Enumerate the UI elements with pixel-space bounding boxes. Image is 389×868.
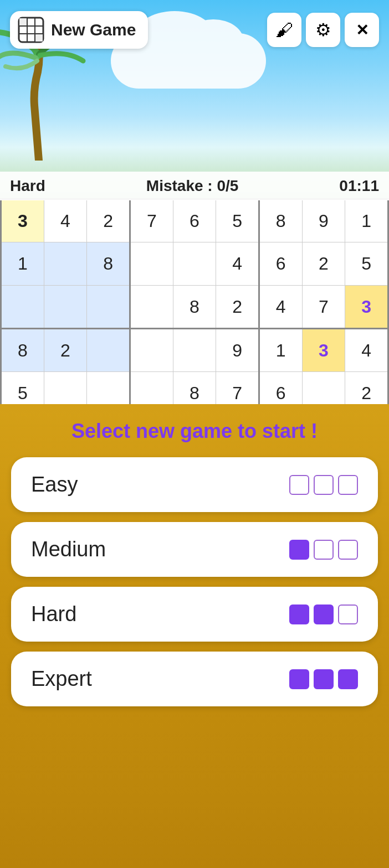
brush-icon: 🖌 [275,20,293,40]
cell-1-0[interactable]: 1 [1,242,44,286]
expert-label: Expert [31,667,92,691]
cell-0-0[interactable]: 3 [1,199,44,242]
dot-easy-2 [314,475,334,495]
top-icons: 🖌 ⚙ ✕ [267,13,379,47]
cell-0-5[interactable]: 5 [216,199,259,242]
medium-dots [289,540,358,560]
sudoku-grid: 3 4 2 7 6 5 8 9 1 1 8 4 6 2 5 8 2 [0,198,389,415]
easy-button[interactable]: Easy [11,457,378,512]
hard-button[interactable]: Hard [11,587,378,642]
cell-2-0[interactable] [1,286,44,329]
top-bar: New Game 🖌 ⚙ ✕ [0,11,389,49]
cell-1-8[interactable]: 5 [345,242,388,286]
new-game-label: New Game [51,20,136,39]
dot-medium-1 [289,540,309,560]
dot-easy-1 [289,475,309,495]
table-row: 1 8 4 6 2 5 [1,242,388,286]
sudoku-icon [18,17,44,43]
mistake-counter: Mistake : 0/5 [146,177,239,195]
dot-expert-2 [314,669,334,689]
easy-label: Easy [31,473,78,497]
cell-0-2[interactable]: 2 [87,199,130,242]
cell-3-4[interactable] [173,329,216,372]
cell-0-7[interactable]: 9 [302,199,345,242]
cell-2-8[interactable]: 3 [345,286,388,329]
brush-button[interactable]: 🖌 [267,13,301,47]
cell-1-6[interactable]: 6 [259,242,302,286]
cell-1-2[interactable]: 8 [87,242,130,286]
gear-icon: ⚙ [315,19,331,40]
cell-1-1[interactable] [44,242,87,286]
cell-3-8[interactable]: 4 [345,329,388,372]
hard-label: Hard [31,602,76,626]
dot-expert-1 [289,669,309,689]
dot-expert-3 [338,669,358,689]
svg-rect-5 [19,18,27,25]
table-row: 8 2 9 1 3 4 [1,329,388,372]
cell-2-1[interactable] [44,286,87,329]
dot-hard-1 [289,604,309,624]
overlay-panel: Select new game to start ! Easy Medium H… [0,404,389,868]
cell-3-6[interactable]: 1 [259,329,302,372]
cell-3-1[interactable]: 2 [44,329,87,372]
cell-3-5[interactable]: 9 [216,329,259,372]
cell-3-2[interactable] [87,329,130,372]
cell-0-3[interactable]: 7 [130,199,173,242]
svg-rect-6 [35,34,43,42]
dot-medium-3 [338,540,358,560]
timer: 01:11 [339,177,379,195]
grid-table: 3 4 2 7 6 5 8 9 1 1 8 4 6 2 5 8 2 [0,198,389,415]
cell-1-7[interactable]: 2 [302,242,345,286]
table-row: 8 2 4 7 3 [1,286,388,329]
dot-hard-2 [314,604,334,624]
cell-2-6[interactable]: 4 [259,286,302,329]
cell-3-0[interactable]: 8 [1,329,44,372]
medium-button[interactable]: Medium [11,522,378,577]
expert-button[interactable]: Expert [11,652,378,706]
cell-1-3[interactable] [130,242,173,286]
cell-1-5[interactable]: 4 [216,242,259,286]
close-icon: ✕ [356,21,368,39]
difficulty-label: Hard [10,177,45,195]
cell-1-4[interactable] [173,242,216,286]
cell-2-7[interactable]: 7 [302,286,345,329]
expert-dots [289,669,358,689]
cell-0-4[interactable]: 6 [173,199,216,242]
settings-button[interactable]: ⚙ [306,13,340,47]
cell-3-3[interactable] [130,329,173,372]
dot-medium-2 [314,540,334,560]
dot-easy-3 [338,475,358,495]
cell-2-4[interactable]: 8 [173,286,216,329]
easy-dots [289,475,358,495]
hard-dots [289,604,358,624]
dot-hard-3 [338,604,358,624]
cell-2-2[interactable] [87,286,130,329]
cell-2-3[interactable] [130,286,173,329]
cell-2-5[interactable]: 2 [216,286,259,329]
table-row: 3 4 2 7 6 5 8 9 1 [1,199,388,242]
cell-0-8[interactable]: 1 [345,199,388,242]
cell-0-1[interactable]: 4 [44,199,87,242]
select-game-text: Select new game to start ! [71,420,318,443]
cell-3-7[interactable]: 3 [302,329,345,372]
medium-label: Medium [31,538,106,561]
close-button[interactable]: ✕ [345,13,379,47]
status-bar: Hard Mistake : 0/5 01:11 [0,172,389,200]
cell-0-6[interactable]: 8 [259,199,302,242]
new-game-button[interactable]: New Game [10,11,148,49]
